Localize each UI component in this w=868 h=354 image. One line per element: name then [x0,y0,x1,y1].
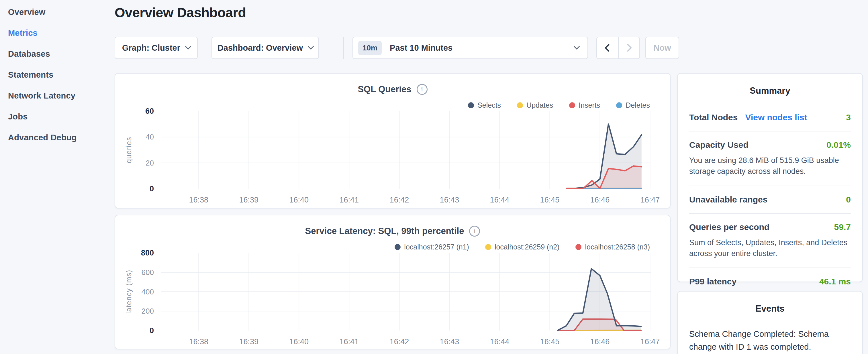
summary-rows: Total NodesView nodes list3 Capacity Use… [689,104,851,295]
summary-value: 0.01% [827,140,851,150]
svg-text:16:46: 16:46 [590,196,610,204]
next-range-button[interactable] [618,37,639,58]
sidebar-item-jobs[interactable]: Jobs [0,106,115,127]
summary-description: Sum of Selects, Updates, Inserts, and De… [689,237,851,259]
chart-legend: SelectsUpdatesInsertsDeletes [468,101,650,109]
svg-text:16:44: 16:44 [490,337,509,346]
view-nodes-link[interactable]: View nodes list [745,112,807,122]
sql-queries-chart-card: 16:3816:3916:4016:4116:4216:4316:4416:45… [115,73,671,208]
chart-header: Service Latency: SQL, 99th percentile i [115,226,670,236]
time-range-selector[interactable]: 10m Past 10 Minutes [352,37,588,59]
summary-label: Queries per second [689,222,769,232]
summary-value: 3 [846,112,851,122]
summary-label: Unavailable ranges [689,195,767,204]
svg-text:800: 800 [141,249,154,257]
legend-item: Updates [517,101,553,109]
events-panel: Events Schema Change Completed: Schema c… [677,291,863,354]
dashboard-label: Dashboard: Overview [217,43,303,53]
svg-text:16:42: 16:42 [390,196,409,204]
svg-text:16:41: 16:41 [340,196,359,204]
graph-scope-label: Graph: Cluster [122,43,180,53]
chevron-right-icon [624,43,634,53]
previous-range-button[interactable] [597,37,618,58]
svg-text:40: 40 [146,133,154,141]
time-range-badge: 10m [358,41,382,55]
svg-text:latency (ms): latency (ms) [125,269,133,314]
summary-row: Queries per second59.7 Sum of Selects, U… [689,214,851,268]
sidebar: OverviewMetricsDatabasesStatementsNetwor… [0,0,115,148]
chevron-down-icon [185,43,191,50]
legend-item: localhost:26257 (n1) [395,243,469,251]
info-icon[interactable]: i [417,84,428,95]
sidebar-item-statements[interactable]: Statements [0,64,115,85]
legend-dot-icon [569,102,575,108]
svg-text:20: 20 [146,159,154,167]
svg-text:16:45: 16:45 [540,196,560,204]
svg-text:60: 60 [145,107,154,116]
legend-dot-icon [517,102,523,108]
chart-legend: localhost:26257 (n1)localhost:26259 (n2)… [395,243,650,251]
summary-row: Total NodesView nodes list3 [689,104,851,131]
legend-dot-icon [576,244,582,250]
events-title: Events [689,292,851,314]
svg-text:600: 600 [142,268,154,277]
summary-label: Capacity Used [689,140,748,150]
chevron-down-icon [308,43,314,50]
svg-text:16:47: 16:47 [641,337,660,346]
sidebar-item-databases[interactable]: Databases [0,43,115,64]
event-text: Schema Change Completed: Schema change w… [689,328,851,353]
svg-text:16:39: 16:39 [239,337,259,346]
events-list: Schema Change Completed: Schema change w… [689,328,851,354]
legend-item: Inserts [569,101,600,109]
svg-text:16:42: 16:42 [390,337,409,346]
legend-item: Deletes [616,101,650,109]
summary-row: Unavailable ranges0 [689,186,851,213]
sidebar-item-overview[interactable]: Overview [0,2,115,23]
sidebar-item-metrics[interactable]: Metrics [0,23,115,43]
svg-text:16:47: 16:47 [641,196,660,204]
chart-header: SQL Queries i [115,84,670,95]
summary-description: You are using 28.6 MiB of 515.9 GiB usab… [689,155,851,177]
sidebar-item-advanced-debug[interactable]: Advanced Debug [0,127,115,148]
chevron-down-icon [574,43,580,50]
main-content: Overview Dashboard Graph: Cluster Dashbo… [115,0,671,354]
summary-value: 59.7 [834,222,851,232]
service-latency-chart-card: 16:3816:3916:4016:4116:4216:4316:4416:45… [115,215,671,349]
svg-text:200: 200 [142,307,154,315]
svg-text:400: 400 [142,288,154,296]
svg-text:16:43: 16:43 [440,196,459,204]
legend-dot-icon [395,244,401,250]
svg-text:16:46: 16:46 [590,337,610,346]
legend-item: Selects [468,101,501,109]
svg-text:queries: queries [125,137,133,163]
summary-label: Total Nodes [689,112,738,122]
svg-text:16:40: 16:40 [289,337,309,346]
chevron-left-icon [602,43,612,53]
summary-panel: Summary Total NodesView nodes list3 Capa… [677,73,863,282]
chart-title: SQL Queries [358,84,411,95]
graph-scope-dropdown[interactable]: Graph: Cluster [115,37,198,59]
svg-text:16:45: 16:45 [540,337,560,346]
page-title: Overview Dashboard [115,5,246,20]
svg-text:0: 0 [150,185,154,193]
event-item: Schema Change Completed: Schema change w… [689,328,851,354]
summary-value: 46.1 ms [819,277,851,286]
summary-row: Capacity Used0.01% You are using 28.6 Mi… [689,131,851,186]
summary-title: Summary [689,74,851,96]
legend-item: localhost:26259 (n2) [485,243,560,251]
chart-title: Service Latency: SQL, 99th percentile [305,226,464,236]
legend-item: localhost:26258 (n3) [576,243,650,251]
now-button[interactable]: Now [645,37,679,59]
legend-dot-icon [485,244,491,250]
info-icon[interactable]: i [469,226,480,236]
svg-text:16:41: 16:41 [340,337,359,346]
svg-text:16:40: 16:40 [289,196,309,204]
toolbar-divider [343,37,344,59]
dashboard-dropdown[interactable]: Dashboard: Overview [212,37,319,59]
svg-text:16:39: 16:39 [239,196,259,204]
sidebar-item-network-latency[interactable]: Network Latency [0,85,115,106]
time-step-buttons [596,37,640,59]
time-range-label: Past 10 Minutes [390,43,453,53]
summary-label: P99 latency [689,277,737,286]
svg-text:16:38: 16:38 [189,196,209,204]
